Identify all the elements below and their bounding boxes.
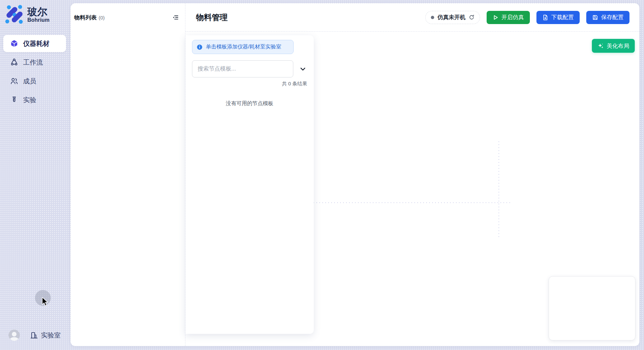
results-count: 共 0 条结果 <box>192 81 307 87</box>
template-hint-banner[interactable]: 单击模板添加仪器/耗材至实验室 <box>192 40 294 54</box>
sidebar-item-instruments[interactable]: 仪器耗材 <box>3 35 66 52</box>
template-hint-text: 单击模板添加仪器/耗材至实验室 <box>206 44 281 50</box>
test-tube-icon <box>10 96 18 104</box>
collapse-panel-button[interactable] <box>172 14 179 21</box>
content-card: 物料列表 (0) 物料管理 仿真未开机 <box>71 3 639 346</box>
sidebar-item-label: 仪器耗材 <box>23 39 49 48</box>
members-icon <box>10 77 18 85</box>
save-config-button[interactable]: 保存配置 <box>586 11 629 24</box>
building-icon <box>30 331 38 339</box>
sidebar-item-workflow[interactable]: 工作流 <box>3 54 66 71</box>
save-config-label: 保存配置 <box>601 14 624 21</box>
canvas-guide-vertical <box>499 141 499 237</box>
lab-switcher[interactable]: 实验室 <box>30 331 61 340</box>
material-list-panel: 物料列表 (0) <box>71 3 185 346</box>
sidebar-item-members[interactable]: 成员 <box>3 73 66 90</box>
sidebar: 玻尔 Bohrium 仪器耗材 工作流 <box>0 0 71 350</box>
mouse-cursor-icon <box>41 297 49 306</box>
page-title: 物料管理 <box>196 12 228 23</box>
beautify-layout-label: 美化布局 <box>607 42 629 50</box>
brand-logo: 玻尔 Bohrium <box>0 0 71 24</box>
material-list-title: 物料列表 <box>74 14 97 21</box>
sidebar-item-label: 成员 <box>23 77 36 86</box>
sidebar-item-label: 工作流 <box>23 58 43 67</box>
file-download-icon <box>542 15 548 20</box>
download-config-button[interactable]: 下载配置 <box>536 11 580 24</box>
refresh-icon[interactable] <box>469 15 474 20</box>
start-simulation-label: 开启仿真 <box>501 14 524 21</box>
info-icon <box>197 44 203 50</box>
indent-collapse-icon <box>172 14 179 21</box>
minimap-panel[interactable] <box>549 276 635 340</box>
template-search-input[interactable] <box>192 60 293 77</box>
start-simulation-button[interactable]: 开启仿真 <box>487 11 530 24</box>
play-icon <box>493 15 499 20</box>
collapse-list-toggle[interactable] <box>299 65 307 73</box>
empty-state-text: 没有可用的节点模板 <box>192 100 307 107</box>
cube-icon <box>10 39 18 48</box>
material-list-count: (0) <box>99 15 105 20</box>
save-icon <box>592 15 598 20</box>
brand-name-en: Bohrium <box>27 17 49 23</box>
sidebar-item-experiment[interactable]: 实验 <box>3 91 66 108</box>
sidebar-item-label: 实验 <box>23 96 36 104</box>
layout-canvas[interactable]: 单击模板添加仪器/耗材至实验室 共 0 条结果 没有可用的节点模板 <box>185 32 639 346</box>
workflow-icon <box>10 58 18 67</box>
node-template-panel: 单击模板添加仪器/耗材至实验室 共 0 条结果 没有可用的节点模板 <box>185 35 314 334</box>
download-config-label: 下载配置 <box>551 14 574 21</box>
simulation-status-pill[interactable]: 仿真未开机 <box>425 11 480 24</box>
bohrium-logo-icon <box>4 5 24 24</box>
beautify-layout-button[interactable]: 美化布局 <box>592 39 635 53</box>
status-text: 仿真未开机 <box>437 14 466 21</box>
status-dot-icon <box>431 16 434 19</box>
sparkles-icon <box>597 43 604 49</box>
sidebar-nav: 仪器耗材 工作流 成员 <box>3 35 66 108</box>
chevron-down-icon <box>299 65 306 73</box>
brand-name-zh: 玻尔 <box>27 6 49 17</box>
main-region: 物料管理 仿真未开机 开启仿真 <box>185 3 639 346</box>
user-avatar[interactable] <box>9 330 20 341</box>
page-header: 物料管理 仿真未开机 开启仿真 <box>185 3 639 32</box>
lab-label: 实验室 <box>41 331 61 340</box>
canvas-guide-horizontal <box>313 202 511 203</box>
